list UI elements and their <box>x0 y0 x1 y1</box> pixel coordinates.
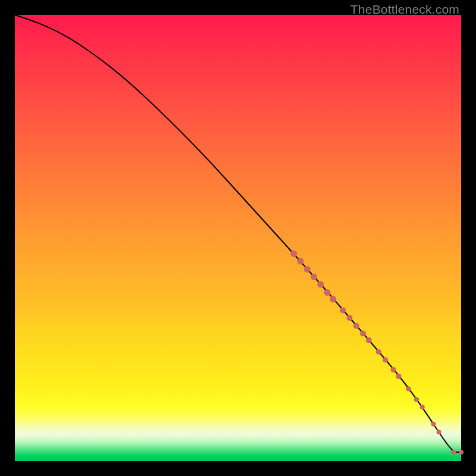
data-marker <box>414 397 419 402</box>
data-marker <box>347 315 353 321</box>
data-marker <box>406 386 411 391</box>
data-marker <box>290 250 297 257</box>
data-marker <box>311 274 317 280</box>
data-marker <box>383 357 388 362</box>
data-marker <box>324 289 331 296</box>
data-marker <box>360 331 366 337</box>
data-marker <box>340 308 346 314</box>
data-marker <box>298 258 304 265</box>
data-marker <box>376 349 381 355</box>
curve-line <box>15 15 461 452</box>
data-marker <box>420 405 425 409</box>
attribution-text: TheBottleneck.com <box>350 2 459 17</box>
data-marker <box>459 450 464 455</box>
data-marker <box>366 337 372 343</box>
data-marker <box>304 266 311 273</box>
data-marker <box>396 374 402 379</box>
data-marker <box>317 281 324 288</box>
chart-frame: TheBottleneck.com <box>0 0 476 476</box>
data-marker <box>353 323 359 329</box>
markers-group <box>290 250 464 455</box>
data-marker <box>431 422 436 427</box>
data-marker <box>330 296 336 302</box>
data-marker <box>391 367 396 372</box>
data-marker <box>451 450 456 455</box>
data-marker <box>437 430 441 434</box>
chart-overlay <box>15 15 461 461</box>
